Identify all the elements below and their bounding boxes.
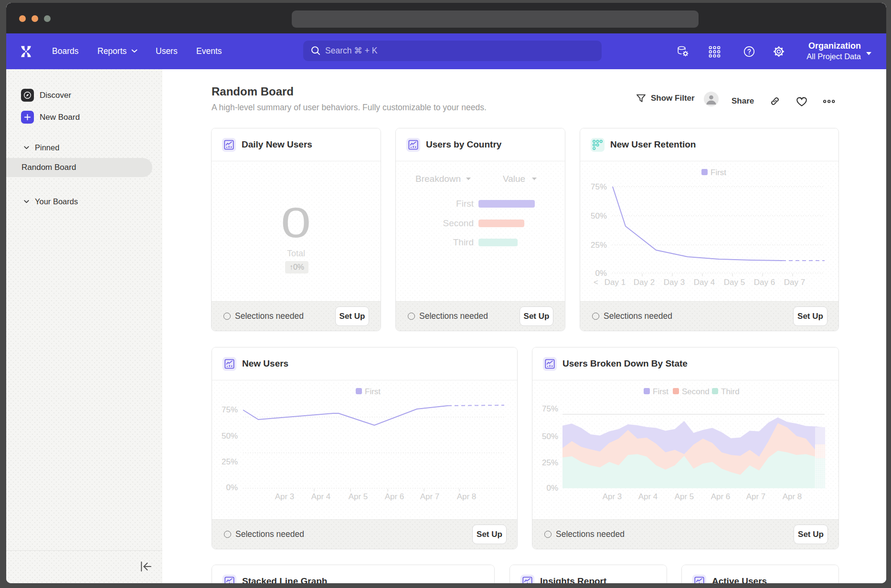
svg-text:0%: 0% (595, 269, 607, 278)
svg-text:Apr 6: Apr 6 (385, 492, 404, 501)
svg-text:0%: 0% (226, 483, 238, 492)
svg-text:First: First (365, 387, 381, 396)
svg-text:First: First (711, 168, 726, 177)
svg-text:0%: 0% (546, 483, 558, 493)
svg-text:Day 7: Day 7 (784, 278, 805, 287)
svg-text:Apr 3: Apr 3 (275, 492, 295, 501)
svg-text:75%: 75% (591, 182, 607, 191)
svg-text:Apr 5: Apr 5 (349, 492, 368, 501)
svg-text:Day 3: Day 3 (664, 278, 685, 287)
svg-text:Day 5: Day 5 (724, 278, 745, 287)
svg-text:75%: 75% (542, 404, 558, 413)
svg-text:Day 6: Day 6 (754, 278, 775, 287)
svg-text:Apr 7: Apr 7 (420, 492, 440, 501)
svg-text:25%: 25% (222, 457, 238, 466)
svg-text:50%: 50% (542, 432, 558, 441)
svg-text:25%: 25% (591, 241, 607, 250)
svg-text:Second: Second (682, 387, 710, 396)
svg-text:Day 4: Day 4 (694, 278, 715, 287)
svg-text:Apr 7: Apr 7 (746, 492, 766, 501)
svg-text:Apr 5: Apr 5 (675, 492, 694, 501)
svg-text:50%: 50% (222, 431, 238, 441)
svg-text:Day 1: Day 1 (605, 278, 626, 287)
svg-text:25%: 25% (542, 458, 558, 467)
svg-text:Apr 8: Apr 8 (457, 492, 477, 501)
svg-text:<: < (594, 278, 598, 287)
svg-text:50%: 50% (591, 211, 607, 220)
svg-text:First: First (653, 387, 668, 396)
svg-text:Day 2: Day 2 (634, 278, 655, 287)
svg-text:Apr 3: Apr 3 (603, 492, 622, 501)
svg-text:Apr 4: Apr 4 (638, 492, 658, 501)
svg-text:Apr 8: Apr 8 (783, 492, 802, 501)
svg-text:Apr 4: Apr 4 (311, 492, 331, 501)
svg-text:Third: Third (721, 387, 740, 396)
svg-text:Apr 6: Apr 6 (711, 492, 731, 501)
svg-text:75%: 75% (222, 405, 238, 414)
